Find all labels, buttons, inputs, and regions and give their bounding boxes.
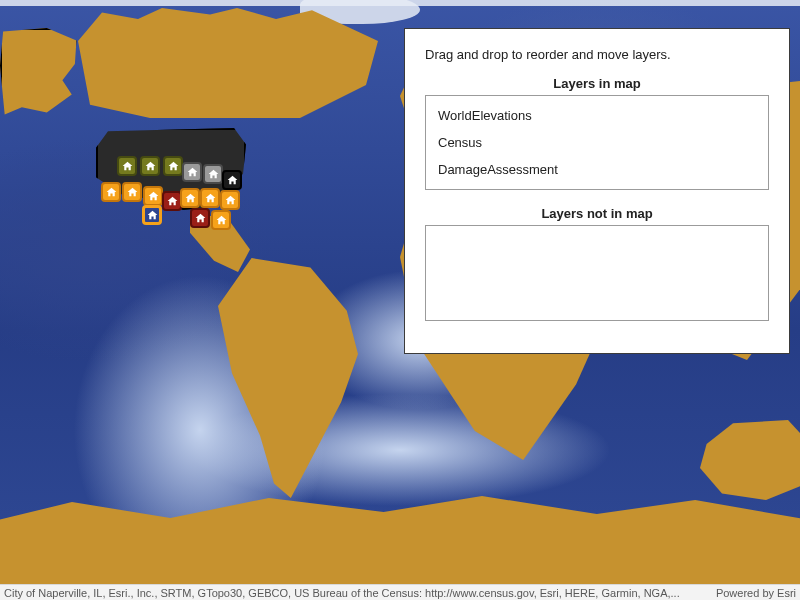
map-marker[interactable] (117, 156, 137, 176)
house-icon (105, 186, 118, 199)
house-icon (166, 195, 179, 208)
house-icon (121, 160, 134, 173)
panel-section-title-in-map: Layers in map (425, 76, 769, 91)
map-marker[interactable] (182, 162, 202, 182)
map-marker[interactable] (200, 188, 220, 208)
map-marker[interactable] (142, 205, 162, 225)
layers-panel[interactable]: Drag and drop to reorder and move layers… (404, 28, 790, 354)
map-marker[interactable] (143, 186, 163, 206)
house-icon (194, 212, 207, 225)
map-marker[interactable] (190, 208, 210, 228)
layer-item[interactable]: WorldElevations (436, 102, 758, 129)
map-marker[interactable] (122, 182, 142, 202)
attribution-powered-by: Powered by Esri (698, 585, 796, 600)
layers-in-map-list[interactable]: WorldElevationsCensusDamageAssessment (425, 95, 769, 190)
layer-item[interactable]: Census (436, 129, 758, 156)
attribution-text: City of Naperville, IL, Esri., Inc., SRT… (4, 585, 680, 600)
map-marker[interactable] (203, 164, 223, 184)
house-icon (215, 214, 228, 227)
layer-item[interactable]: DamageAssessment (436, 156, 758, 183)
house-icon (204, 192, 217, 205)
house-icon (167, 160, 180, 173)
map-marker[interactable] (101, 182, 121, 202)
map-marker[interactable] (162, 191, 182, 211)
ice-sheet (0, 0, 800, 6)
house-icon (147, 190, 160, 203)
house-icon (186, 166, 199, 179)
layers-not-in-map-list[interactable] (425, 225, 769, 321)
map-marker[interactable] (180, 188, 200, 208)
panel-section-title-not-in-map: Layers not in map (425, 206, 769, 221)
house-icon (207, 168, 220, 181)
house-icon (144, 160, 157, 173)
house-icon (146, 209, 159, 222)
house-icon (184, 192, 197, 205)
house-icon (126, 186, 139, 199)
map-viewport[interactable]: Drag and drop to reorder and move layers… (0, 0, 800, 600)
house-icon (226, 174, 239, 187)
map-marker[interactable] (211, 210, 231, 230)
panel-instructions: Drag and drop to reorder and move layers… (425, 47, 769, 62)
map-marker[interactable] (140, 156, 160, 176)
attribution-bar: City of Naperville, IL, Esri., Inc., SRT… (0, 584, 800, 600)
map-marker[interactable] (222, 170, 242, 190)
map-marker[interactable] (163, 156, 183, 176)
map-marker[interactable] (220, 190, 240, 210)
house-icon (224, 194, 237, 207)
land-canada (78, 8, 378, 118)
